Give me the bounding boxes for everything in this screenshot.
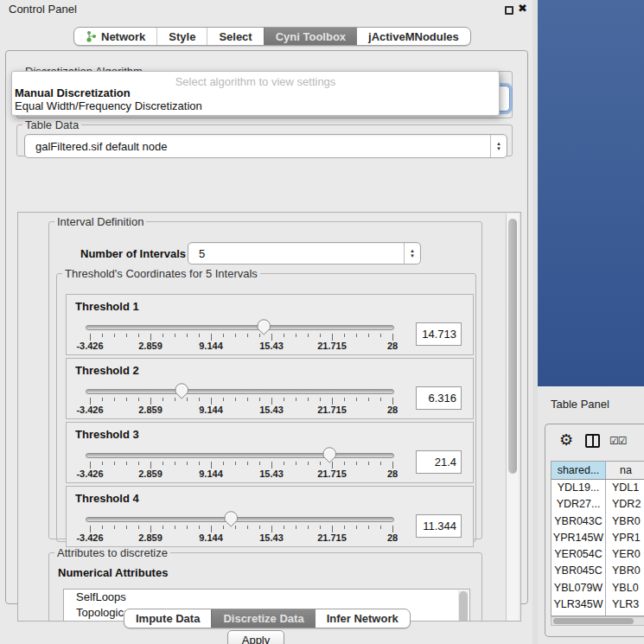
tab-cyni-toolbox[interactable]: Cyni Toolbox bbox=[264, 28, 357, 45]
slider-thumb[interactable] bbox=[256, 319, 271, 335]
minor-tick bbox=[296, 334, 296, 337]
algorithm-popup-item[interactable]: Manual Discretization bbox=[12, 86, 499, 99]
table-row[interactable]: YBR045CYBR0 bbox=[552, 563, 644, 579]
threshold-value-field[interactable] bbox=[416, 450, 462, 474]
checkbox-icons[interactable]: ☑☑ bbox=[609, 435, 627, 447]
table-row[interactable]: YBL079WYBL0 bbox=[552, 580, 644, 596]
column-header-name[interactable]: na bbox=[606, 462, 644, 479]
tick-label: 9.144 bbox=[199, 405, 223, 415]
major-tick bbox=[150, 526, 151, 532]
slider-thumb[interactable] bbox=[322, 447, 337, 463]
tick-label: 2.859 bbox=[138, 341, 163, 351]
attribute-list-item[interactable]: SelfLoops bbox=[64, 590, 469, 605]
table-cell: YPR145W bbox=[552, 530, 606, 546]
tick-label: 9.144 bbox=[199, 469, 223, 479]
minor-tick bbox=[308, 462, 309, 465]
threshold-value-field[interactable] bbox=[416, 322, 462, 346]
number-of-intervals-value: 5 bbox=[188, 247, 404, 260]
network-desktop: GAL80GACGAL11GAL4GCY1HHAP2 bbox=[538, 0, 644, 386]
major-tick bbox=[332, 398, 333, 405]
scrollbar-thumb[interactable] bbox=[459, 591, 468, 622]
minor-tick bbox=[356, 398, 357, 401]
major-tick bbox=[332, 462, 333, 469]
tab-style[interactable]: Style bbox=[156, 28, 207, 45]
tick-label: 15.43 bbox=[259, 469, 284, 479]
minor-tick bbox=[102, 398, 103, 401]
table-row[interactable]: YDL19...YDL1 bbox=[552, 480, 644, 496]
bottom-tab-bar: Impute DataDiscretize DataInfer Network bbox=[124, 609, 411, 628]
table-data-group-title: Table Data bbox=[22, 118, 81, 131]
minor-tick bbox=[368, 398, 369, 401]
table-row[interactable]: YLR345WYLR3 bbox=[552, 596, 644, 613]
slider-track[interactable] bbox=[86, 389, 394, 394]
slider-track[interactable] bbox=[86, 453, 394, 458]
table-cell: YBR043C bbox=[552, 513, 606, 530]
minor-tick bbox=[320, 334, 321, 337]
network-icon bbox=[86, 30, 97, 42]
table-hscrollbar[interactable] bbox=[551, 616, 644, 626]
threshold-value-field[interactable] bbox=[416, 386, 462, 410]
minor-tick bbox=[199, 334, 200, 337]
table-row[interactable]: YBR043CYBR0 bbox=[552, 513, 644, 530]
table-cell: YBL0 bbox=[606, 580, 644, 596]
minor-tick bbox=[380, 462, 381, 465]
apply-button[interactable]: Apply bbox=[227, 630, 284, 644]
table-cell: YDL1 bbox=[606, 480, 644, 496]
minor-tick bbox=[247, 334, 248, 337]
column-header-shared-name[interactable]: shared... bbox=[552, 462, 606, 479]
major-tick bbox=[211, 398, 212, 405]
tab-network[interactable]: Network bbox=[74, 28, 156, 45]
minor-tick bbox=[380, 398, 381, 401]
minor-tick bbox=[126, 334, 127, 337]
gear-icon[interactable]: ⚙ bbox=[559, 432, 573, 448]
slider-thumb[interactable] bbox=[223, 511, 239, 527]
tick-label: 9.144 bbox=[199, 341, 223, 351]
major-tick bbox=[392, 334, 393, 341]
tab-jactivemnodules[interactable]: jActiveMNodules bbox=[357, 28, 470, 45]
table-row[interactable]: YPR145WYPR1 bbox=[552, 530, 644, 546]
table-cell: YBR0 bbox=[606, 563, 644, 579]
threshold-value-field[interactable] bbox=[416, 514, 462, 538]
minor-tick bbox=[187, 334, 188, 337]
table-cell: YLR3 bbox=[606, 596, 644, 613]
minor-tick bbox=[138, 398, 139, 401]
minor-tick bbox=[356, 526, 357, 529]
node-table[interactable]: shared...naYDL19...YDL1YDR27...YDR2YBR04… bbox=[551, 461, 644, 616]
tab-label: jActiveMNodules bbox=[368, 30, 459, 43]
tab-impute-data[interactable]: Impute Data bbox=[124, 609, 211, 628]
minor-tick bbox=[284, 398, 284, 401]
minor-tick bbox=[102, 462, 103, 465]
minor-tick bbox=[138, 462, 139, 465]
threshold-panel: Threshold 1-3.4262.8599.14415.4321.71528 bbox=[66, 294, 474, 355]
slider-track[interactable] bbox=[86, 325, 394, 330]
tab-infer-network[interactable]: Infer Network bbox=[316, 609, 410, 628]
tick-label: 2.859 bbox=[138, 532, 163, 543]
tick-label: 28 bbox=[387, 532, 398, 543]
minor-tick bbox=[223, 462, 224, 465]
tab-select[interactable]: Select bbox=[207, 28, 263, 45]
combobox-stepper-icon: ▲▼ bbox=[404, 243, 420, 264]
tab-label: Infer Network bbox=[327, 612, 399, 625]
attributes-list-scrollbar[interactable] bbox=[458, 590, 469, 622]
scrollbar-thumb[interactable] bbox=[553, 618, 634, 624]
panel-title: Control Panel bbox=[9, 3, 77, 16]
tab-discretize-data[interactable]: Discretize Data bbox=[211, 609, 315, 628]
minor-tick bbox=[138, 334, 139, 337]
scrollbar-thumb[interactable] bbox=[508, 219, 517, 474]
major-tick bbox=[90, 398, 91, 405]
float-window-icon[interactable] bbox=[505, 6, 513, 15]
minor-tick bbox=[308, 334, 309, 337]
slider-track[interactable] bbox=[86, 517, 394, 522]
number-of-intervals-combobox[interactable]: 5 ▲▼ bbox=[188, 242, 421, 265]
table-data-combobox[interactable]: galFiltered.sif default node ▲▼ bbox=[24, 134, 507, 158]
algorithm-popup-item[interactable]: Equal Width/Frequency Discretization bbox=[12, 99, 499, 112]
tick-label: 15.43 bbox=[259, 532, 284, 543]
minor-tick bbox=[380, 526, 381, 529]
table-row[interactable]: YDR27...YDR2 bbox=[552, 496, 644, 513]
split-column-icon[interactable] bbox=[585, 434, 600, 448]
close-icon[interactable]: ✖ bbox=[518, 2, 527, 15]
table-row[interactable]: YER054CYER0 bbox=[552, 546, 644, 563]
settings-scrollbar[interactable] bbox=[506, 214, 519, 621]
minor-tick bbox=[259, 398, 260, 401]
minor-tick bbox=[284, 462, 284, 465]
